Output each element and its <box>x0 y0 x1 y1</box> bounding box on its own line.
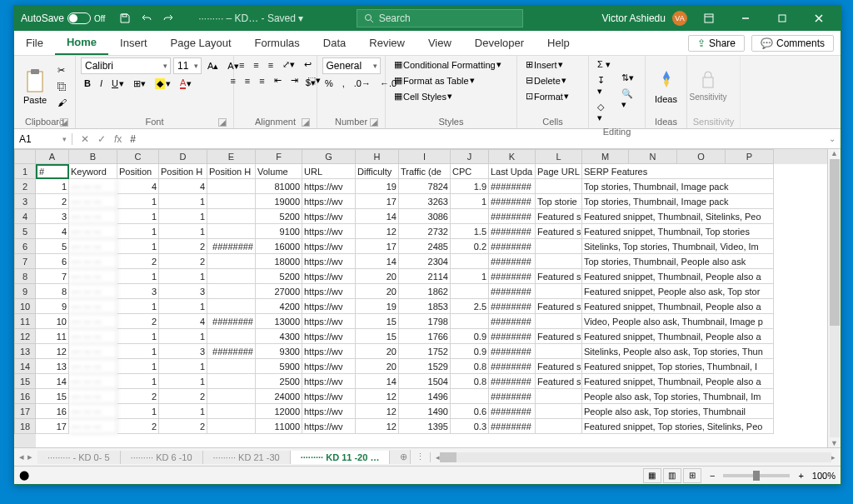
percent-icon[interactable]: % <box>322 77 337 90</box>
cell[interactable]: 7 <box>36 269 69 284</box>
cell[interactable]: Featured s <box>536 224 582 239</box>
cell[interactable]: 18000 <box>256 254 302 269</box>
cell[interactable]: ···· ··· ··· <box>69 284 117 299</box>
cell[interactable] <box>207 209 256 224</box>
cell[interactable]: 1 <box>159 194 207 209</box>
cell[interactable]: 2 <box>117 254 159 269</box>
cell[interactable]: ######## <box>489 269 536 284</box>
italic-button[interactable]: I <box>97 77 106 90</box>
cell[interactable]: ######## <box>489 224 536 239</box>
align-center-icon[interactable]: ≡ <box>242 74 253 87</box>
cell[interactable]: Featured s <box>536 374 582 389</box>
cell[interactable]: 15 <box>356 314 399 329</box>
cell[interactable] <box>207 299 256 314</box>
vertical-scrollbar[interactable]: ▲ ▼ <box>827 149 841 447</box>
col-header-D[interactable]: D <box>159 149 207 164</box>
zoom-slider[interactable] <box>723 474 790 477</box>
cell[interactable]: 1 <box>159 404 207 419</box>
cell[interactable]: Featured snippet, Thumbnail, People also… <box>582 269 774 284</box>
minimize-icon[interactable] <box>731 6 761 31</box>
cell[interactable]: # <box>36 164 69 179</box>
insert-cells-button[interactable]: ⊞ Insert ▾ <box>522 57 566 72</box>
cell[interactable]: 1 <box>117 359 159 374</box>
format-painter-icon[interactable]: 🖌 <box>54 96 70 109</box>
number-format-select[interactable]: General <box>322 57 381 74</box>
tab-insert[interactable]: Insert <box>108 31 159 55</box>
col-header-O[interactable]: O <box>677 149 726 164</box>
ribbon-display-icon[interactable] <box>694 6 724 31</box>
cell[interactable] <box>207 389 256 404</box>
cell[interactable]: ######## <box>489 239 536 254</box>
cell[interactable] <box>207 254 256 269</box>
col-header-F[interactable]: F <box>256 149 302 164</box>
cell[interactable]: 2 <box>36 194 69 209</box>
col-header-I[interactable]: I <box>399 149 451 164</box>
cell[interactable]: Featured snippet, People also ask, Top s… <box>582 284 774 299</box>
cell[interactable]: ######## <box>489 329 536 344</box>
cell[interactable]: Keyword <box>69 164 117 179</box>
cell[interactable]: https://wv <box>302 314 356 329</box>
cell[interactable]: 3 <box>159 344 207 359</box>
sheet-next-icon[interactable]: ▸ <box>27 452 32 462</box>
cell[interactable]: 3 <box>159 284 207 299</box>
row-header[interactable]: 6 <box>14 239 36 254</box>
underline-button[interactable]: U▾ <box>108 77 127 91</box>
cell[interactable]: 0.3 <box>451 419 489 434</box>
font-color-icon[interactable]: A▾ <box>177 76 195 91</box>
cell[interactable]: Featured s <box>536 359 582 374</box>
cell[interactable]: 9100 <box>256 224 302 239</box>
cell[interactable]: 14 <box>356 254 399 269</box>
cell[interactable] <box>536 239 582 254</box>
col-header-P[interactable]: P <box>726 149 774 164</box>
cell[interactable]: https://wv <box>302 374 356 389</box>
cell[interactable]: 1 <box>451 194 489 209</box>
increase-indent-icon[interactable]: ⇥ <box>287 73 302 87</box>
cell[interactable] <box>536 179 582 194</box>
cell[interactable]: 3 <box>117 284 159 299</box>
cell[interactable]: 1 <box>159 359 207 374</box>
cell[interactable] <box>207 359 256 374</box>
user-name[interactable]: Victor Ashiedu <box>601 12 666 24</box>
cell[interactable]: ···· ··· ··· <box>69 389 117 404</box>
cell[interactable]: ######## <box>489 314 536 329</box>
cell[interactable]: https://wv <box>302 404 356 419</box>
cell[interactable]: ######## <box>489 374 536 389</box>
row-header[interactable]: 8 <box>14 269 36 284</box>
comments-button[interactable]: 💬Comments <box>751 35 834 52</box>
cell[interactable]: ···· ··· ··· <box>69 239 117 254</box>
cell[interactable]: Sitelinks, Top stories, Thumbnail, Video… <box>582 239 774 254</box>
cell[interactable] <box>207 269 256 284</box>
row-header[interactable]: 2 <box>14 179 36 194</box>
cell[interactable]: https://wv <box>302 179 356 194</box>
cell[interactable]: https://wv <box>302 419 356 434</box>
cell[interactable]: 1.9 <box>451 179 489 194</box>
cell[interactable]: 2485 <box>399 239 451 254</box>
col-header-J[interactable]: J <box>451 149 489 164</box>
record-macro-icon[interactable]: ⬤ <box>19 470 29 481</box>
cell[interactable]: 4 <box>36 224 69 239</box>
col-header-M[interactable]: M <box>582 149 629 164</box>
cell[interactable]: Top stories, Thumbnail, Image pack <box>582 179 774 194</box>
cell[interactable]: 2 <box>159 254 207 269</box>
cell[interactable]: 0.9 <box>451 329 489 344</box>
cell[interactable]: 1 <box>117 374 159 389</box>
cell[interactable]: 14 <box>36 374 69 389</box>
cell[interactable]: 9300 <box>256 344 302 359</box>
col-header-E[interactable]: E <box>207 149 256 164</box>
cell[interactable]: 5200 <box>256 209 302 224</box>
border-icon[interactable]: ⊞▾ <box>130 77 149 91</box>
paste-button[interactable]: Paste <box>19 68 51 105</box>
cell[interactable]: 1504 <box>399 374 451 389</box>
cancel-formula-icon[interactable]: ✕ <box>81 133 89 145</box>
cell[interactable] <box>451 314 489 329</box>
scroll-right-icon[interactable]: ▸ <box>831 453 836 462</box>
cell[interactable]: 9 <box>36 299 69 314</box>
maximize-icon[interactable] <box>767 6 797 31</box>
cell[interactable]: ######## <box>489 254 536 269</box>
share-button[interactable]: ⇪Share <box>688 35 745 52</box>
sheet-list-icon[interactable]: ⋮ <box>411 452 430 462</box>
cell[interactable] <box>536 389 582 404</box>
tab-review[interactable]: Review <box>357 31 417 55</box>
fx-icon[interactable]: fx <box>114 133 122 145</box>
cell[interactable]: 1862 <box>399 284 451 299</box>
